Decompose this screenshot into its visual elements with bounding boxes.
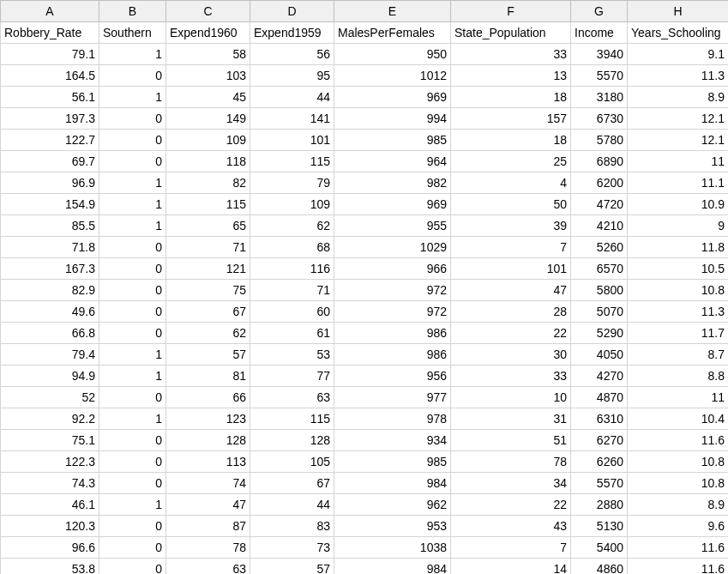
data-cell[interactable]: 73 (250, 537, 334, 559)
data-cell[interactable]: 10.8 (628, 451, 729, 473)
data-cell[interactable]: 71 (250, 280, 334, 301)
data-cell[interactable]: 60 (250, 301, 334, 323)
data-cell[interactable]: 0 (99, 559, 166, 575)
data-cell[interactable]: 0 (99, 237, 166, 258)
data-cell[interactable]: 157 (451, 108, 571, 130)
data-cell[interactable]: 4050 (571, 344, 628, 366)
data-cell[interactable]: 154.9 (1, 194, 99, 215)
data-cell[interactable]: 82.9 (1, 280, 99, 301)
data-cell[interactable]: 977 (334, 387, 451, 408)
data-cell[interactable]: 9.6 (628, 516, 729, 537)
data-cell[interactable]: 1 (99, 194, 166, 215)
data-cell[interactable]: 128 (250, 430, 334, 451)
data-cell[interactable]: 167.3 (1, 258, 99, 280)
field-header-cell[interactable]: Income (571, 22, 628, 44)
data-cell[interactable]: 10.9 (628, 194, 729, 215)
data-cell[interactable]: 10 (451, 387, 571, 408)
data-cell[interactable]: 1 (99, 494, 166, 516)
data-cell[interactable]: 953 (334, 516, 451, 537)
data-cell[interactable]: 986 (334, 344, 451, 366)
data-cell[interactable]: 120.3 (1, 516, 99, 537)
data-cell[interactable]: 13 (451, 65, 571, 87)
data-cell[interactable]: 12.1 (628, 108, 729, 130)
data-cell[interactable]: 77 (250, 366, 334, 387)
data-cell[interactable]: 2880 (571, 494, 628, 516)
col-header-G[interactable]: G (571, 1, 628, 22)
data-cell[interactable]: 3180 (571, 87, 628, 108)
data-cell[interactable]: 61 (250, 323, 334, 344)
data-cell[interactable]: 6310 (571, 408, 628, 430)
data-cell[interactable]: 4860 (571, 559, 628, 575)
data-cell[interactable]: 5800 (571, 280, 628, 301)
data-cell[interactable]: 101 (451, 258, 571, 280)
data-cell[interactable]: 53 (250, 344, 334, 366)
data-cell[interactable]: 0 (99, 108, 166, 130)
data-cell[interactable]: 1012 (334, 65, 451, 87)
data-cell[interactable]: 0 (99, 258, 166, 280)
data-cell[interactable]: 62 (166, 323, 250, 344)
data-cell[interactable]: 33 (451, 366, 571, 387)
data-cell[interactable]: 67 (166, 301, 250, 323)
data-cell[interactable]: 50 (451, 194, 571, 215)
data-cell[interactable]: 74 (166, 473, 250, 494)
data-cell[interactable]: 0 (99, 301, 166, 323)
col-header-F[interactable]: F (451, 1, 571, 22)
data-cell[interactable]: 6570 (571, 258, 628, 280)
data-cell[interactable]: 6890 (571, 151, 628, 172)
data-cell[interactable]: 956 (334, 366, 451, 387)
data-cell[interactable]: 47 (451, 280, 571, 301)
data-cell[interactable]: 75.1 (1, 430, 99, 451)
data-cell[interactable]: 0 (99, 323, 166, 344)
data-cell[interactable]: 71.8 (1, 237, 99, 258)
data-cell[interactable]: 0 (99, 451, 166, 473)
data-cell[interactable]: 11.6 (628, 537, 729, 559)
data-cell[interactable]: 82 (166, 172, 250, 194)
data-cell[interactable]: 985 (334, 451, 451, 473)
data-cell[interactable]: 78 (166, 537, 250, 559)
data-cell[interactable]: 8.7 (628, 344, 729, 366)
data-cell[interactable]: 71 (166, 237, 250, 258)
data-cell[interactable]: 79.1 (1, 44, 99, 65)
data-cell[interactable]: 5290 (571, 323, 628, 344)
data-cell[interactable]: 1 (99, 408, 166, 430)
data-cell[interactable]: 81 (166, 366, 250, 387)
data-cell[interactable]: 5780 (571, 130, 628, 151)
data-cell[interactable]: 69.7 (1, 151, 99, 172)
data-cell[interactable]: 0 (99, 430, 166, 451)
data-cell[interactable]: 969 (334, 87, 451, 108)
data-cell[interactable]: 62 (250, 215, 334, 237)
data-cell[interactable]: 11.6 (628, 559, 729, 575)
data-cell[interactable]: 1029 (334, 237, 451, 258)
data-cell[interactable]: 39 (451, 215, 571, 237)
col-header-B[interactable]: B (99, 1, 166, 22)
data-cell[interactable]: 986 (334, 323, 451, 344)
data-cell[interactable]: 118 (166, 151, 250, 172)
data-cell[interactable]: 92.2 (1, 408, 99, 430)
data-cell[interactable]: 0 (99, 473, 166, 494)
data-cell[interactable]: 11.3 (628, 65, 729, 87)
data-cell[interactable]: 79.4 (1, 344, 99, 366)
data-cell[interactable]: 0 (99, 130, 166, 151)
data-cell[interactable]: 122.3 (1, 451, 99, 473)
data-cell[interactable]: 79 (250, 172, 334, 194)
data-cell[interactable]: 985 (334, 130, 451, 151)
field-header-cell[interactable]: Expend1960 (166, 22, 250, 44)
data-cell[interactable]: 1 (99, 172, 166, 194)
data-cell[interactable]: 11.1 (628, 172, 729, 194)
data-cell[interactable]: 994 (334, 108, 451, 130)
data-cell[interactable]: 164.5 (1, 65, 99, 87)
col-header-A[interactable]: A (1, 1, 99, 22)
data-cell[interactable]: 9.1 (628, 44, 729, 65)
data-cell[interactable]: 1038 (334, 537, 451, 559)
data-cell[interactable]: 4 (451, 172, 571, 194)
data-cell[interactable]: 964 (334, 151, 451, 172)
data-cell[interactable]: 96.6 (1, 537, 99, 559)
data-cell[interactable]: 8.9 (628, 494, 729, 516)
data-cell[interactable]: 1 (99, 344, 166, 366)
data-cell[interactable]: 46.1 (1, 494, 99, 516)
data-cell[interactable]: 10.8 (628, 280, 729, 301)
data-cell[interactable]: 972 (334, 301, 451, 323)
data-cell[interactable]: 962 (334, 494, 451, 516)
data-cell[interactable]: 0 (99, 537, 166, 559)
data-cell[interactable]: 18 (451, 130, 571, 151)
